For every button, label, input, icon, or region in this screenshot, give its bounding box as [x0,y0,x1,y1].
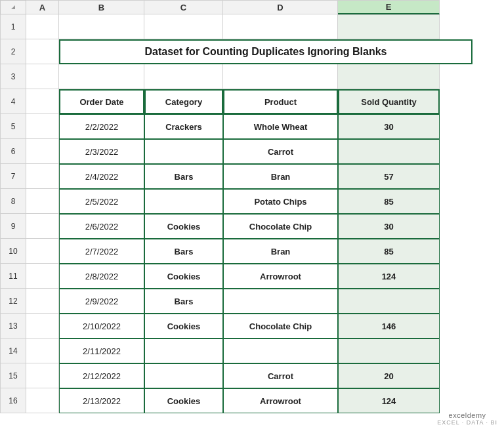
row-num-14[interactable]: 14 [0,339,26,363]
cell-date-9[interactable]: 2/6/2022 [59,214,144,239]
cell-date-14[interactable]: 2/11/2022 [59,339,144,363]
cell-product-8[interactable]: Potato Chips [223,189,338,214]
cell-qty-16[interactable]: 124 [338,388,440,413]
cell-product-5[interactable]: Whole Wheat [223,114,338,139]
cell-e3[interactable] [338,64,440,89]
cell-date-11[interactable]: 2/8/2022 [59,264,144,289]
cell-product-14[interactable] [223,339,338,363]
cell-product-7[interactable]: Bran [223,164,338,189]
cell-d3[interactable] [223,64,338,89]
row-num-15[interactable]: 15 [0,363,26,388]
cell-product-6[interactable]: Carrot [223,139,338,164]
row-num-10[interactable]: 10 [0,239,26,264]
cell-category-15[interactable] [144,363,223,388]
cell-e1[interactable] [338,14,440,39]
row-num-3[interactable]: 3 [0,64,26,89]
cell-a9[interactable] [26,214,59,239]
row-4-headers: Order Date Category Product Sold Quantit… [26,89,472,114]
cell-a1[interactable] [26,14,59,39]
cell-b1[interactable] [59,14,144,39]
cell-a8[interactable] [26,189,59,214]
row-3 [26,64,472,89]
col-header-d[interactable]: D [223,0,338,14]
cell-category-5[interactable]: Crackers [144,114,223,139]
row-num-13[interactable]: 13 [0,314,26,339]
cell-category-12[interactable]: Bars [144,289,223,314]
cell-category-9[interactable]: Cookies [144,214,223,239]
cell-product-9[interactable]: Chocolate Chip [223,214,338,239]
cell-product-12[interactable] [223,289,338,314]
cell-d1[interactable] [223,14,338,39]
cell-qty-11[interactable]: 124 [338,264,440,289]
cell-a14[interactable] [26,339,59,363]
cell-date-12[interactable]: 2/9/2022 [59,289,144,314]
row-num-4[interactable]: 4 [0,89,26,114]
row-num-6[interactable]: 6 [0,139,26,164]
cell-product-11[interactable]: Arrowroot [223,264,338,289]
cell-category-6[interactable] [144,139,223,164]
cell-date-7[interactable]: 2/4/2022 [59,164,144,189]
cell-date-8[interactable]: 2/5/2022 [59,189,144,214]
col-header-a[interactable]: A [26,0,59,14]
cell-qty-7[interactable]: 57 [338,164,440,189]
title-cell: Dataset for Counting Duplicates Ignoring… [59,39,472,64]
cell-a5[interactable] [26,114,59,139]
cell-a16[interactable] [26,388,59,413]
cell-b3[interactable] [59,64,144,89]
cell-category-16[interactable]: Cookies [144,388,223,413]
col-header-c[interactable]: C [144,0,223,14]
cell-a11[interactable] [26,264,59,289]
cell-product-16[interactable]: Arrowroot [223,388,338,413]
watermark-brand: exceldemy [437,411,497,419]
row-num-9[interactable]: 9 [0,214,26,239]
cell-c3[interactable] [144,64,223,89]
cell-product-10[interactable]: Bran [223,239,338,264]
cell-category-14[interactable] [144,339,223,363]
row-num-8[interactable]: 8 [0,189,26,214]
col-header-b[interactable]: B [59,0,144,14]
cell-qty-13[interactable]: 146 [338,314,440,339]
cell-date-15[interactable]: 2/12/2022 [59,363,144,388]
cell-qty-15[interactable]: 20 [338,363,440,388]
cell-a6[interactable] [26,139,59,164]
cell-a10[interactable] [26,239,59,264]
svg-marker-0 [11,5,15,9]
row-num-16[interactable]: 16 [0,388,26,413]
watermark: exceldemy EXCEL · DATA · BI [437,411,497,426]
cell-qty-6[interactable] [338,139,440,164]
row-num-11[interactable]: 11 [0,264,26,289]
row-5: 2/2/2022 Crackers Whole Wheat 30 [26,114,472,139]
col-header-e[interactable]: E [338,0,440,14]
cell-qty-10[interactable]: 85 [338,239,440,264]
cell-product-15[interactable]: Carrot [223,363,338,388]
row-num-12[interactable]: 12 [0,289,26,314]
cell-date-13[interactable]: 2/10/2022 [59,314,144,339]
cell-a15[interactable] [26,363,59,388]
cell-qty-9[interactable]: 30 [338,214,440,239]
cell-a4[interactable] [26,89,59,114]
row-num-7[interactable]: 7 [0,164,26,189]
cell-category-10[interactable]: Bars [144,239,223,264]
cell-qty-14[interactable] [338,339,440,363]
cell-category-13[interactable]: Cookies [144,314,223,339]
cell-category-7[interactable]: Bars [144,164,223,189]
cell-product-13[interactable]: Chocolate Chip [223,314,338,339]
cell-a7[interactable] [26,164,59,189]
cell-date-10[interactable]: 2/7/2022 [59,239,144,264]
cell-category-8[interactable] [144,189,223,214]
cell-date-6[interactable]: 2/3/2022 [59,139,144,164]
cell-qty-12[interactable] [338,289,440,314]
cell-date-16[interactable]: 2/13/2022 [59,388,144,413]
row-num-1[interactable]: 1 [0,14,26,39]
cell-a3[interactable] [26,64,59,89]
row-num-2[interactable]: 2 [0,39,26,64]
cell-a2[interactable] [26,39,59,64]
cell-qty-8[interactable]: 85 [338,189,440,214]
cell-date-5[interactable]: 2/2/2022 [59,114,144,139]
cell-a12[interactable] [26,289,59,314]
cell-qty-5[interactable]: 30 [338,114,440,139]
row-num-5[interactable]: 5 [0,114,26,139]
cell-a13[interactable] [26,314,59,339]
cell-c1[interactable] [144,14,223,39]
cell-category-11[interactable]: Cookies [144,264,223,289]
